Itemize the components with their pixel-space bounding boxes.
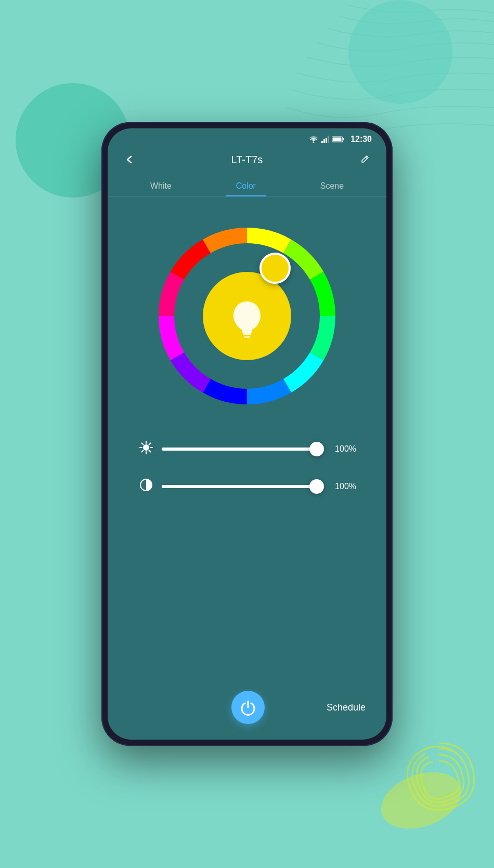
sun-icon bbox=[139, 441, 153, 454]
saturation-value: 100% bbox=[330, 482, 356, 491]
tabs-bar: White Color Scene bbox=[108, 176, 386, 196]
device-title: LT-T7s bbox=[231, 154, 263, 166]
svg-line-20 bbox=[149, 443, 151, 445]
saturation-slider-row: 100% bbox=[138, 478, 356, 495]
tab-color[interactable]: Color bbox=[226, 176, 266, 196]
bg-circle-top-right bbox=[348, 0, 452, 104]
schedule-button[interactable]: Schedule bbox=[327, 702, 366, 713]
bottom-bar: Schedule bbox=[108, 682, 386, 740]
svg-line-17 bbox=[142, 443, 144, 445]
svg-rect-3 bbox=[326, 138, 327, 143]
phone-screen: 12:30 LT-T7s White Co bbox=[108, 128, 386, 740]
svg-rect-4 bbox=[328, 136, 329, 143]
svg-line-18 bbox=[149, 451, 151, 452]
brightness-slider-track[interactable] bbox=[162, 448, 323, 451]
brightness-slider-thumb[interactable] bbox=[309, 442, 324, 456]
saturation-slider-track[interactable] bbox=[162, 485, 323, 488]
color-selector-thumb[interactable] bbox=[259, 253, 291, 284]
sliders-section: 100% 1 bbox=[127, 441, 367, 516]
color-wheel-container[interactable] bbox=[148, 217, 346, 415]
svg-rect-2 bbox=[323, 139, 325, 143]
svg-rect-1 bbox=[321, 141, 323, 143]
color-wheel[interactable] bbox=[148, 217, 346, 415]
tab-scene[interactable]: Scene bbox=[310, 176, 354, 196]
svg-rect-10 bbox=[243, 333, 251, 335]
back-button[interactable] bbox=[120, 150, 139, 169]
main-content: 100% 1 bbox=[108, 196, 386, 682]
svg-point-0 bbox=[313, 142, 315, 143]
signal-icon bbox=[321, 136, 329, 143]
edit-icon bbox=[359, 154, 370, 165]
status-bar: 12:30 bbox=[108, 128, 386, 146]
tab-white[interactable]: White bbox=[140, 176, 182, 196]
svg-rect-6 bbox=[343, 138, 345, 140]
edit-button[interactable] bbox=[355, 150, 374, 169]
power-icon bbox=[240, 699, 256, 716]
brightness-slider-row: 100% bbox=[138, 441, 356, 457]
brightness-icon bbox=[138, 441, 154, 457]
svg-point-12 bbox=[143, 444, 149, 451]
brightness-value: 100% bbox=[330, 444, 356, 454]
header: LT-T7s bbox=[108, 146, 386, 176]
svg-rect-7 bbox=[333, 138, 342, 141]
back-icon bbox=[124, 154, 135, 165]
status-time: 12:30 bbox=[350, 135, 372, 144]
wifi-icon bbox=[309, 136, 318, 143]
power-button[interactable] bbox=[231, 691, 265, 724]
saturation-icon bbox=[138, 478, 154, 495]
battery-icon bbox=[332, 136, 344, 142]
status-icons: 12:30 bbox=[309, 135, 372, 144]
svg-rect-11 bbox=[244, 336, 250, 338]
svg-line-19 bbox=[142, 451, 144, 452]
contrast-icon bbox=[139, 478, 153, 492]
phone-frame: 12:30 LT-T7s White Co bbox=[101, 122, 393, 746]
saturation-slider-thumb[interactable] bbox=[309, 479, 324, 494]
